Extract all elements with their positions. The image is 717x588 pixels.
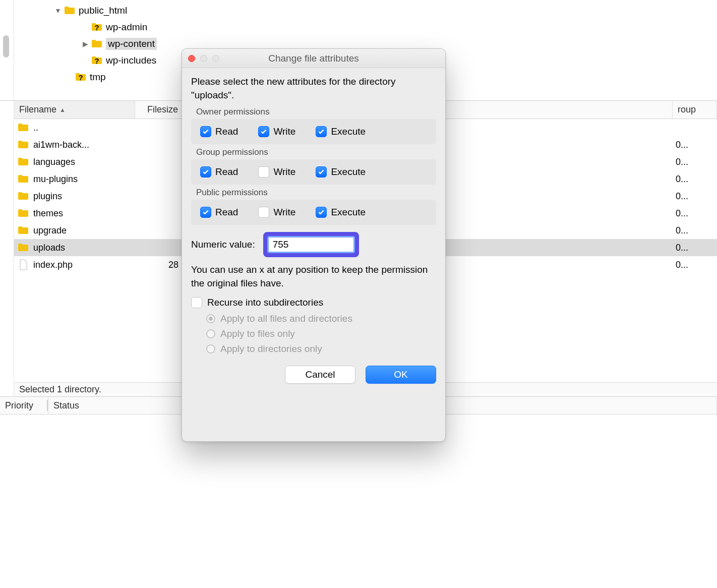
radio-apply-files-label: Apply to files only (220, 328, 295, 339)
tree-item[interactable]: public_html (0, 2, 717, 19)
radio-apply-all: Apply to all files and directories (206, 313, 436, 324)
recurse-checkbox[interactable] (191, 297, 202, 308)
tree-scrollbar-thumb[interactable] (3, 35, 9, 57)
owner-read-checkbox[interactable] (200, 126, 211, 137)
public-write-item: Write (258, 207, 295, 218)
queue-column-priority[interactable]: Priority (0, 397, 48, 414)
folder-icon (91, 21, 103, 33)
close-button[interactable] (188, 55, 195, 62)
tree-item-label: wp-content (106, 38, 157, 50)
file-group: 0... (673, 260, 717, 270)
public-execute-item: Execute (316, 207, 366, 218)
tree-item-label: wp-includes (106, 55, 156, 66)
group-read-label: Read (215, 166, 238, 178)
tree-scrollbar[interactable] (0, 0, 14, 100)
file-name: index.php (33, 260, 73, 270)
owner-execute-checkbox[interactable] (316, 126, 327, 137)
file-name: plugins (33, 191, 62, 202)
file-group: 0... (673, 157, 717, 167)
owner-permissions-box: Read Write Execute (191, 119, 436, 144)
ok-button[interactable]: OK (366, 366, 436, 384)
owner-write-checkbox[interactable] (258, 126, 269, 137)
sort-indicator-icon: ▲ (59, 106, 66, 113)
radio-apply-dirs: Apply to directories only (206, 343, 436, 355)
group-read-item: Read (200, 166, 238, 178)
file-icon (17, 259, 29, 271)
group-write-checkbox[interactable] (258, 166, 269, 178)
file-name: themes (33, 208, 63, 219)
dialog-prompt: Please select the new attributes for the… (191, 75, 436, 102)
column-filesize[interactable]: Filesize (135, 101, 184, 119)
radio-apply-files: Apply to files only (206, 328, 436, 339)
public-permissions-box: Read Write Execute (191, 200, 436, 225)
file-group: 0... (673, 208, 717, 219)
column-filesize-label: Filesize (147, 104, 178, 115)
group-read-checkbox[interactable] (200, 166, 211, 178)
owner-write-label: Write (273, 126, 295, 137)
pane-splitter[interactable] (0, 101, 14, 396)
file-group: 0... (673, 174, 717, 185)
file-group: 0... (673, 191, 717, 202)
radio-apply-dirs-button (206, 344, 215, 354)
public-read-label: Read (215, 207, 238, 218)
tree-item[interactable]: wp-admin (0, 19, 717, 35)
tree-item-label: wp-admin (106, 22, 147, 33)
owner-execute-item: Execute (316, 126, 366, 137)
minimize-button (200, 55, 207, 62)
radio-apply-all-button (206, 314, 215, 323)
public-permissions-label: Public permissions (196, 188, 436, 198)
folder-icon (17, 224, 29, 237)
tree-item-label: public_html (79, 5, 127, 16)
file-name: upgrade (33, 225, 67, 236)
folder-icon (17, 139, 29, 151)
folder-icon (64, 5, 76, 17)
dialog-titlebar[interactable]: Change file attributes (182, 49, 445, 68)
tree-expand-icon[interactable] (82, 40, 89, 48)
folder-icon (17, 173, 29, 185)
group-execute-item: Execute (316, 166, 366, 178)
folder-icon (91, 54, 103, 67)
file-name: mu-plugins (33, 174, 78, 185)
file-name: .. (33, 123, 38, 133)
public-write-label: Write (273, 207, 295, 218)
numeric-highlight (263, 232, 359, 257)
owner-read-label: Read (215, 126, 238, 137)
public-read-item: Read (200, 207, 238, 218)
file-group: 0... (673, 225, 717, 236)
queue-status-label: Status (53, 400, 79, 411)
change-attributes-dialog: Change file attributes Please select the… (182, 48, 446, 442)
cancel-button[interactable]: Cancel (285, 366, 355, 384)
cancel-button-label: Cancel (305, 369, 335, 380)
public-execute-checkbox[interactable] (316, 207, 327, 218)
column-filename-label: Filename (19, 104, 56, 115)
public-read-checkbox[interactable] (200, 207, 211, 218)
file-group: 0... (673, 140, 717, 150)
group-execute-checkbox[interactable] (316, 166, 327, 178)
window-controls (188, 55, 219, 62)
radio-apply-files-button (206, 329, 215, 338)
public-execute-label: Execute (331, 207, 366, 218)
column-group-label: roup (678, 104, 696, 115)
file-name: languages (33, 157, 75, 167)
tree-item-label: tmp (90, 72, 106, 83)
recurse-label: Recurse into subdirectories (207, 297, 323, 308)
owner-permissions-label: Owner permissions (196, 107, 436, 117)
numeric-value-input[interactable] (267, 236, 355, 253)
tree-expand-icon[interactable] (54, 7, 62, 15)
folder-icon (17, 190, 29, 202)
folder-icon (75, 71, 87, 83)
file-name: ai1wm-back... (33, 140, 89, 150)
column-group[interactable]: roup (673, 101, 717, 119)
group-permissions-box: Read Write Execute (191, 159, 436, 185)
ok-button-label: OK (394, 369, 407, 380)
folder-icon (17, 156, 29, 168)
maximize-button (212, 55, 219, 62)
group-write-item: Write (258, 166, 295, 178)
numeric-hint: You can use an x at any position to keep… (191, 263, 436, 290)
file-group: 0... (673, 243, 717, 253)
column-filename[interactable]: Filename ▲ (14, 101, 135, 119)
queue-priority-label: Priority (5, 400, 33, 411)
recurse-radio-group: Apply to all files and directories Apply… (206, 313, 436, 355)
public-write-checkbox[interactable] (258, 207, 269, 218)
file-name: uploads (33, 243, 65, 253)
